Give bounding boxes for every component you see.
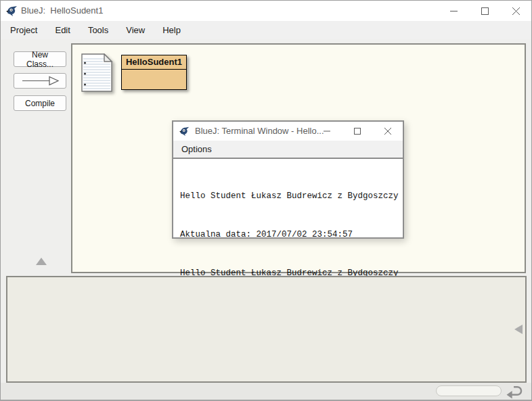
terminal-close-button[interactable] — [372, 122, 403, 141]
window-controls — [438, 1, 531, 21]
menu-item-view[interactable]: View — [117, 21, 154, 39]
terminal-minimize-icon — [324, 128, 330, 135]
bluej-bird-icon — [6, 5, 18, 17]
minimize-button[interactable] — [438, 1, 469, 21]
menu-item-edit[interactable]: Edit — [46, 21, 79, 39]
readme-note-icon[interactable] — [81, 53, 113, 93]
menu-bar: Project Edit Tools View Help — [1, 21, 531, 39]
bench-divider-expand-icon[interactable] — [36, 258, 47, 265]
codepad-collapse-arrow-icon[interactable] — [514, 325, 523, 334]
menu-item-tools[interactable]: Tools — [79, 21, 117, 39]
status-bar — [1, 383, 532, 400]
class-name-label: HelloSudent1 — [122, 55, 186, 70]
menu-item-options[interactable]: Options — [173, 144, 220, 154]
terminal-line: Hello Student Łukasz Budrewicz z Bydgosz… — [180, 190, 396, 203]
compile-button[interactable]: Compile — [14, 95, 66, 111]
close-icon — [512, 7, 520, 15]
terminal-menu-bar: Options — [173, 141, 403, 159]
terminal-window-controls — [311, 122, 403, 141]
close-button[interactable] — [500, 1, 531, 21]
terminal-bluej-bird-icon — [179, 126, 190, 137]
window-titlebar: BlueJ: HelloSudent1 — [1, 1, 531, 21]
terminal-maximize-button[interactable] — [342, 122, 372, 141]
dependency-arrow-button[interactable] — [14, 73, 66, 89]
terminal-minimize-button[interactable] — [311, 122, 342, 141]
object-bench-panel — [6, 276, 527, 383]
terminal-maximize-icon — [354, 128, 361, 135]
terminal-close-icon — [384, 128, 391, 135]
status-input[interactable] — [436, 385, 502, 396]
maximize-button[interactable] — [469, 1, 500, 21]
menu-item-help[interactable]: Help — [154, 21, 190, 39]
terminal-titlebar: BlueJ: Terminal Window - Hello... — [173, 122, 403, 141]
new-class-button[interactable]: New Class... — [14, 51, 66, 67]
bluej-main-window: BlueJ: HelloSudent1 Project Edit Tools V… — [0, 0, 532, 401]
window-title: BlueJ: HelloSudent1 — [21, 1, 103, 21]
terminal-line: Aktualna data: 2017/07/02 23:54:57 — [180, 229, 396, 241]
menu-item-project[interactable]: Project — [1, 21, 46, 39]
terminal-title: BlueJ: Terminal Window - Hello... — [195, 122, 324, 141]
undo-return-arrow-icon[interactable] — [506, 383, 523, 399]
dependency-arrow-icon — [20, 76, 60, 86]
terminal-window: BlueJ: Terminal Window - Hello... Option… — [172, 120, 404, 239]
class-box-hellosudent1[interactable]: HelloSudent1 — [121, 55, 187, 90]
maximize-icon — [481, 7, 489, 15]
minimize-icon — [450, 7, 458, 15]
